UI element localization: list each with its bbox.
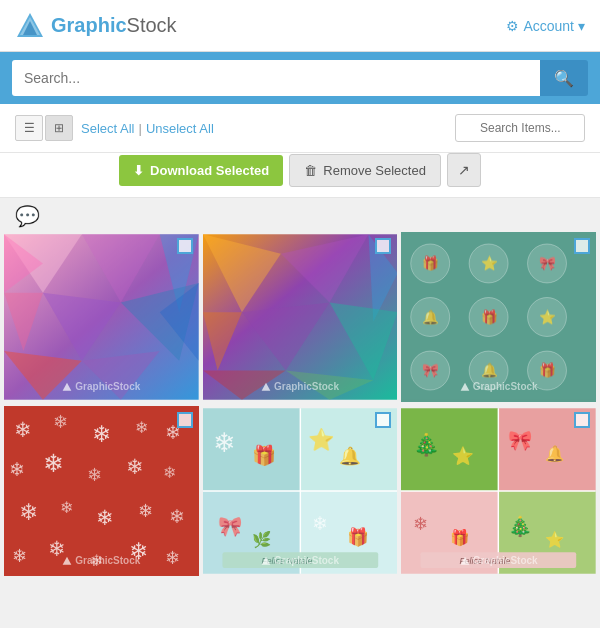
- trash-icon: 🗑: [304, 163, 317, 178]
- cell-checkbox-3[interactable]: [574, 238, 590, 254]
- cell-checkbox-2[interactable]: [375, 238, 391, 254]
- remove-selected-button[interactable]: 🗑 Remove Selected: [289, 154, 441, 187]
- search-icon: 🔍: [554, 70, 574, 87]
- search-bar: 🔍: [0, 52, 600, 104]
- svg-text:⭐: ⭐: [545, 530, 565, 549]
- cell-checkbox-4[interactable]: [177, 412, 193, 428]
- svg-text:❄: ❄: [165, 548, 180, 568]
- select-links: Select All | Unselect All: [81, 121, 214, 136]
- grid-view-button[interactable]: ⊞: [45, 115, 73, 141]
- svg-text:🎁: 🎁: [481, 309, 498, 326]
- svg-text:❄: ❄: [96, 506, 114, 530]
- cell-checkbox-1[interactable]: [177, 238, 193, 254]
- svg-text:❄: ❄: [126, 455, 144, 479]
- svg-text:🔔: 🔔: [423, 309, 440, 326]
- account-button[interactable]: ⚙ Account ▾: [506, 18, 585, 34]
- svg-text:🎄: 🎄: [508, 514, 533, 538]
- svg-text:🎁: 🎁: [423, 255, 440, 272]
- svg-text:❄: ❄: [138, 501, 153, 521]
- toolbar-right: 🔍: [455, 114, 585, 142]
- svg-text:❄: ❄: [90, 552, 103, 569]
- cell-checkbox-6[interactable]: [574, 412, 590, 428]
- svg-text:❄: ❄: [413, 514, 428, 534]
- svg-text:🎀: 🎀: [540, 255, 557, 272]
- select-separator: |: [138, 121, 141, 136]
- svg-text:⭐: ⭐: [308, 427, 335, 453]
- svg-text:❄: ❄: [92, 421, 111, 447]
- list-icon: ☰: [24, 121, 35, 135]
- image-grid: GraphicStock: [0, 228, 600, 580]
- share-icon: ↗: [458, 162, 470, 178]
- svg-text:❄: ❄: [9, 458, 25, 480]
- svg-text:🎁: 🎁: [347, 526, 369, 548]
- unselect-all-link[interactable]: Unselect All: [146, 121, 214, 136]
- svg-text:🎄: 🎄: [413, 432, 440, 458]
- svg-text:🎁: 🎁: [450, 528, 470, 547]
- svg-text:⭐: ⭐: [540, 309, 557, 326]
- svg-text:❄: ❄: [169, 505, 185, 527]
- svg-text:🔔: 🔔: [481, 362, 498, 379]
- header: GraphicStock ⚙ Account ▾: [0, 0, 600, 52]
- svg-text:❄: ❄: [14, 418, 32, 442]
- logo-icon: [15, 11, 45, 41]
- svg-text:Felice Natale: Felice Natale: [460, 556, 511, 566]
- svg-text:❄: ❄: [53, 412, 68, 432]
- svg-text:❄: ❄: [12, 546, 27, 566]
- comment-area: 💬: [0, 198, 600, 228]
- search-button[interactable]: 🔍: [540, 60, 588, 96]
- grid-icon: ⊞: [54, 121, 64, 135]
- account-arrow: ▾: [578, 18, 585, 34]
- search-items-input[interactable]: [455, 114, 585, 142]
- image-cell-5[interactable]: ❄ 🎁 ⭐ 🔔 🎀 🌿 ❄ 🎁 Felice Natale GraphicSto…: [203, 406, 398, 576]
- svg-text:⭐: ⭐: [481, 255, 498, 272]
- download-selected-button[interactable]: ⬇ Download Selected: [119, 155, 283, 186]
- svg-text:❄: ❄: [48, 537, 66, 561]
- toolbar: ☰ ⊞ Select All | Unselect All 🔍: [0, 104, 600, 153]
- svg-text:❄: ❄: [212, 427, 235, 458]
- select-all-link[interactable]: Select All: [81, 121, 134, 136]
- search-items-wrap: 🔍: [455, 114, 585, 142]
- download-icon: ⬇: [133, 163, 144, 178]
- svg-text:❄: ❄: [129, 538, 148, 564]
- image-cell-1[interactable]: GraphicStock: [4, 232, 199, 402]
- svg-text:❄: ❄: [43, 449, 64, 477]
- svg-text:🔔: 🔔: [339, 445, 361, 467]
- svg-text:🎀: 🎀: [217, 514, 242, 538]
- comment-icon[interactable]: 💬: [15, 204, 40, 228]
- svg-text:🎁: 🎁: [251, 443, 276, 467]
- svg-text:❄: ❄: [60, 499, 73, 516]
- image-cell-2[interactable]: GraphicStock: [203, 232, 398, 402]
- toolbar-left: ☰ ⊞ Select All | Unselect All: [15, 115, 214, 141]
- svg-text:🎀: 🎀: [508, 428, 533, 452]
- svg-text:❄: ❄: [163, 464, 176, 481]
- svg-text:❄: ❄: [87, 465, 102, 485]
- svg-text:❄: ❄: [312, 512, 328, 534]
- svg-text:🌿: 🌿: [251, 530, 271, 549]
- cell-checkbox-5[interactable]: [375, 412, 391, 428]
- gear-icon: ⚙: [506, 18, 519, 34]
- svg-text:🎀: 🎀: [423, 362, 440, 379]
- svg-text:❄: ❄: [135, 419, 148, 436]
- search-input[interactable]: [12, 60, 540, 96]
- logo-area: GraphicStock: [15, 11, 177, 41]
- svg-text:Felice Natale: Felice Natale: [261, 556, 312, 566]
- account-label: Account: [523, 18, 574, 34]
- image-cell-4[interactable]: ❄ ❄ ❄ ❄ ❄ ❄ ❄ ❄ ❄ ❄ ❄ ❄ ❄ ❄ ❄ ❄ ❄ ❄ ❄ ❄: [4, 406, 199, 576]
- svg-text:⭐: ⭐: [452, 445, 474, 467]
- view-buttons: ☰ ⊞: [15, 115, 73, 141]
- logo-text: GraphicStock: [51, 14, 177, 37]
- list-view-button[interactable]: ☰: [15, 115, 43, 141]
- svg-text:🔔: 🔔: [545, 444, 565, 463]
- action-bar: ⬇ Download Selected 🗑 Remove Selected ↗: [0, 153, 600, 198]
- image-cell-6[interactable]: 🎄 ⭐ 🎀 🔔 ❄ 🎁 🎄 ⭐ Felice Natale GraphicSto…: [401, 406, 596, 576]
- svg-text:🎁: 🎁: [540, 362, 557, 379]
- share-button[interactable]: ↗: [447, 153, 481, 187]
- image-cell-3[interactable]: 🎁 ⭐ 🎀 🔔 🎁 ⭐ 🎀 🔔 🎁 GraphicStock: [401, 232, 596, 402]
- svg-text:❄: ❄: [19, 499, 38, 525]
